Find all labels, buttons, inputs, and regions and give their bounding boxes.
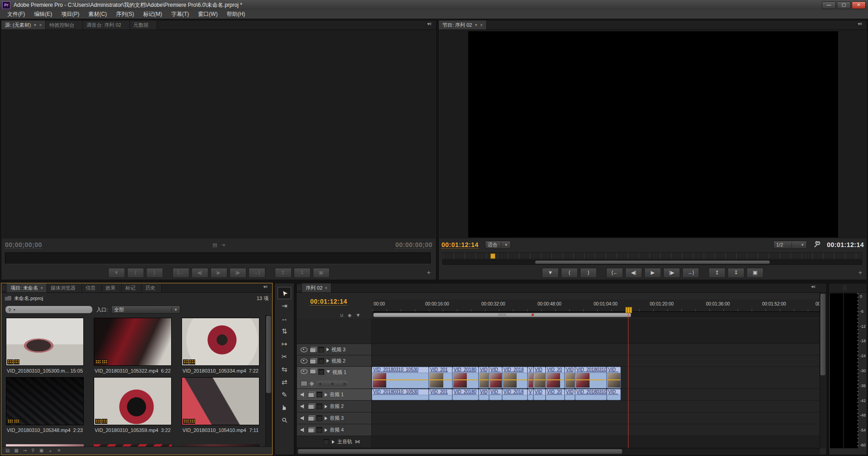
toggle-track-output-icon[interactable] (301, 369, 307, 374)
add-keyframe-icon[interactable]: ◆ (331, 382, 334, 386)
toggle-track-output-icon[interactable] (301, 347, 307, 352)
track-lock-toggle[interactable] (317, 415, 322, 421)
zoom-level-dropdown[interactable]: 适合▼ (485, 241, 511, 249)
expand-track-icon[interactable] (325, 405, 327, 408)
sequence-tab[interactable]: 序列 02 × (302, 283, 331, 292)
set-display-style-button[interactable] (301, 381, 307, 386)
audio-clip[interactable]: VID_20180 (452, 389, 479, 400)
close-icon[interactable]: × (39, 23, 42, 28)
playback-resolution-dropdown[interactable]: 1/2▼ (773, 241, 807, 249)
menu-item[interactable]: 字幕(T) (167, 10, 193, 18)
track-lock-toggle[interactable] (317, 392, 322, 398)
expand-track-icon[interactable] (325, 428, 327, 432)
timeline-timecode[interactable]: 00:01:12:14 (310, 298, 347, 306)
video-thumbnail[interactable] (94, 377, 172, 425)
video-clip[interactable]: VID_ (489, 367, 502, 388)
track-lock-toggle[interactable] (317, 403, 322, 409)
step-forward-button[interactable]: |▶ (663, 268, 680, 278)
source-tab[interactable]: 调音台: 序列 02 (83, 20, 129, 29)
source-timecode[interactable]: 00;00;00;00 (5, 241, 42, 249)
video-clip[interactable]: VID (479, 367, 489, 388)
zoom-tool[interactable]: ⚲ (278, 414, 291, 426)
mark-in-button[interactable]: { (561, 268, 578, 278)
entry-filter-dropdown[interactable]: 全部▼ (111, 306, 180, 314)
step-back-button[interactable]: ◀| (192, 268, 208, 278)
lift-button[interactable]: ↥ (709, 268, 725, 278)
toggle-track-output-icon[interactable] (301, 392, 306, 397)
close-icon[interactable]: × (40, 286, 43, 291)
opacity-rubber-band[interactable] (546, 379, 564, 380)
audio-clip[interactable]: VID_ (489, 389, 502, 400)
audio-clip[interactable]: VID_20 (546, 389, 565, 400)
project-item[interactable]: VID_20180310_105410.mp4 7:11 (182, 377, 259, 434)
program-timecode[interactable]: 00:01:12:14 (441, 241, 479, 249)
go-to-in-button[interactable]: {← (606, 268, 623, 278)
project-tab[interactable]: 信息 (82, 283, 102, 292)
menu-item[interactable]: 标记(M) (139, 10, 167, 18)
video-thumbnail[interactable] (6, 318, 84, 366)
panel-menu-icon[interactable]: ▾≡ (423, 21, 435, 26)
project-item[interactable]: VID_20180310_105322.mp4 6:22 (94, 318, 172, 374)
maximize-button[interactable]: ▢ (837, 1, 851, 9)
encore-marker-button[interactable]: ◈ (348, 312, 351, 318)
program-seek-bar[interactable] (442, 252, 862, 259)
audio-clip[interactable]: VID_20180310_10530 (372, 389, 429, 400)
go-to-out-button[interactable]: →} (249, 268, 265, 278)
source-tab[interactable]: 特效控制台 (46, 20, 83, 29)
video-clip[interactable]: VID_201 (429, 367, 452, 388)
mark-out-button[interactable]: } (580, 268, 597, 278)
track-lock-toggle[interactable] (317, 427, 322, 433)
pen-tool[interactable]: ✎ (278, 388, 291, 401)
project-item[interactable]: VID_20180310_105359.mp4 3:22 (94, 377, 172, 434)
go-to-out-button[interactable]: →} (682, 268, 699, 278)
video-clip[interactable]: VID_20180 (452, 367, 479, 388)
opacity-rubber-band[interactable] (534, 379, 545, 380)
opacity-rubber-band[interactable] (479, 379, 489, 380)
opacity-rubber-band[interactable] (372, 379, 428, 380)
prev-keyframe-icon[interactable]: ◀ (318, 382, 321, 386)
project-tab[interactable]: 效果 (102, 283, 122, 292)
expand-track-icon[interactable] (326, 348, 329, 351)
opacity-rubber-band[interactable] (429, 379, 452, 380)
extract-button[interactable]: ↧ (728, 268, 744, 278)
minimize-button[interactable]: — (822, 1, 836, 9)
automate-to-sequence-button[interactable]: ⇒ (23, 448, 27, 454)
video-clip[interactable]: VID_2018 (502, 367, 528, 388)
source-tab[interactable]: 元数据 (130, 20, 157, 29)
export-frame-button[interactable]: ▣ (747, 268, 763, 278)
slip-tool[interactable]: ⇆ (278, 363, 291, 375)
icon-view-button[interactable]: ▦ (14, 448, 18, 454)
settings-wrench-icon[interactable] (813, 241, 820, 248)
slide-tool[interactable]: ⇄ (278, 376, 291, 388)
project-item[interactable]: VID_20180310_105348.mp4 2:23 (6, 377, 84, 434)
sync-lock-icon[interactable] (308, 428, 314, 433)
project-scrollbar[interactable] (265, 315, 272, 448)
snap-button[interactable]: ∪ (340, 312, 344, 318)
video-1-track-content[interactable]: VID_20180310_10530 VID_201 (372, 367, 820, 389)
timeline-ruler[interactable]: 00:0000:00:16:0000:00:32:0000:00:48:0000… (373, 300, 820, 312)
audio-clip[interactable]: VID_2018 (502, 389, 528, 400)
next-keyframe-icon[interactable]: ▶ (344, 382, 346, 386)
keyframe-navigator[interactable]: ◀◆▶ (316, 381, 349, 387)
panel-menu-icon[interactable]: ▾≡ (807, 284, 819, 289)
audio-clip[interactable]: VID (479, 389, 489, 400)
panel-menu-icon[interactable]: ▾≡ (259, 284, 271, 289)
play-button[interactable]: ▶ (644, 268, 661, 278)
audio-clip[interactable]: VID (533, 389, 546, 400)
source-seek-bar[interactable] (5, 252, 431, 264)
step-forward-button[interactable]: |▶ (230, 268, 246, 278)
sync-lock-icon[interactable] (308, 416, 314, 421)
close-icon[interactable]: × (480, 23, 483, 28)
panel-grip[interactable] (297, 285, 302, 291)
project-tab[interactable]: 媒体浏览器 (47, 283, 82, 292)
opacity-rubber-band[interactable] (489, 379, 502, 380)
add-marker-button[interactable]: ▼ (542, 268, 559, 278)
track-select-tool[interactable]: ⇥ (278, 300, 291, 312)
lift-button[interactable]: ↥ (275, 268, 292, 278)
selection-tool[interactable]: ➤ (278, 287, 291, 299)
menu-item[interactable]: 编辑(E) (29, 10, 57, 18)
rolling-edit-tool[interactable]: ⇅ (278, 325, 291, 337)
timeline-horizontal-scrollbar[interactable] (297, 448, 820, 454)
rate-stretch-tool[interactable]: ↦ (278, 338, 291, 350)
chevron-down-icon[interactable]: ▼ (33, 23, 37, 27)
